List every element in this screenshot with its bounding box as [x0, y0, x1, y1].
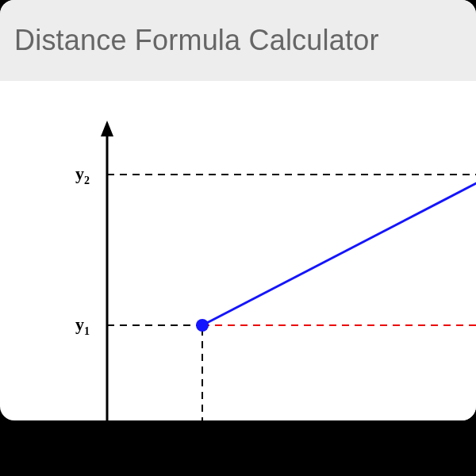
- distance-diagram: y2 y1: [44, 119, 476, 420]
- y-axis-arrow-icon: [101, 121, 113, 136]
- label-y1: y1: [75, 314, 90, 337]
- distance-line: [202, 179, 476, 325]
- diagram-area: y2 y1: [44, 119, 476, 420]
- page-title: Distance Formula Calculator: [14, 24, 462, 57]
- header: Distance Formula Calculator: [0, 0, 476, 81]
- calculator-card: Distance Formula Calculator y2: [0, 0, 476, 420]
- point-p1: [196, 319, 209, 332]
- label-y2: y2: [75, 163, 90, 186]
